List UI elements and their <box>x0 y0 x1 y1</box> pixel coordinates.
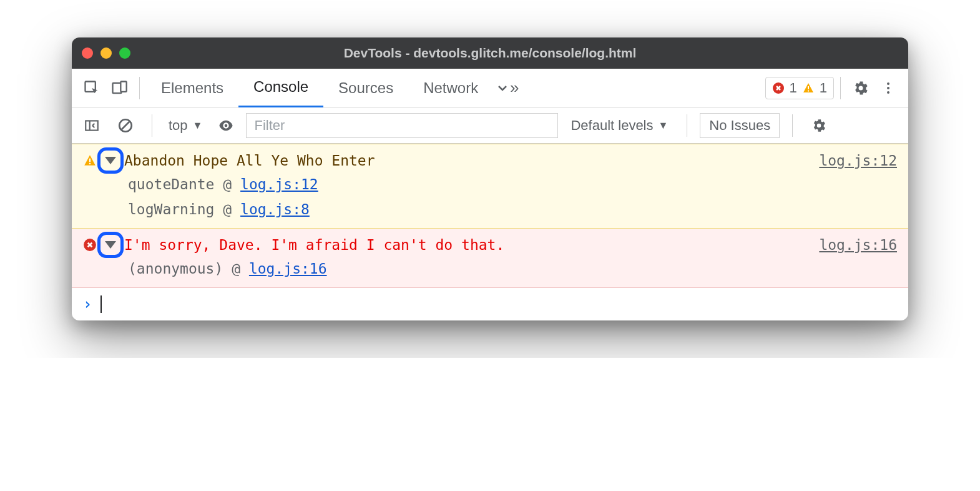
svg-rect-5 <box>808 90 809 91</box>
stack-link[interactable]: log.js:16 <box>249 260 327 277</box>
issue-counter[interactable]: 1 1 <box>765 77 835 99</box>
divider <box>139 77 140 99</box>
console-prompt[interactable]: › <box>72 288 908 320</box>
svg-rect-13 <box>89 159 91 162</box>
warning-count-icon <box>802 82 815 94</box>
disclosure-toggle[interactable] <box>100 151 120 171</box>
stack-fn: logWarning <box>128 201 214 217</box>
svg-rect-14 <box>89 163 91 164</box>
context-selector[interactable]: top ▼ <box>165 117 206 134</box>
devtools-window: DevTools - devtools.glitch.me/console/lo… <box>72 37 908 320</box>
stack-frame: logWarning @ log.js:8 <box>128 197 897 222</box>
svg-point-6 <box>887 82 889 85</box>
stack-link[interactable]: log.js:8 <box>240 201 310 217</box>
more-tabs-icon[interactable]: » <box>493 74 521 102</box>
highlight-annotation <box>97 232 124 258</box>
main-tab-strip: Elements Console Sources Network » 1 1 <box>72 69 908 107</box>
error-count: 1 <box>790 80 797 96</box>
titlebar: DevTools - devtools.glitch.me/console/lo… <box>72 37 908 69</box>
tab-network[interactable]: Network <box>408 69 493 107</box>
svg-rect-9 <box>86 121 98 130</box>
svg-rect-4 <box>808 86 809 89</box>
log-entry-error: I'm sorry, Dave. I'm afraid I can't do t… <box>72 229 908 288</box>
prompt-chevron-icon: › <box>83 295 92 313</box>
log-message: Abandon Hope All Ye Who Enter <box>124 149 815 172</box>
kebab-menu-icon[interactable] <box>875 74 902 102</box>
stack-link[interactable]: log.js:12 <box>240 176 318 192</box>
divider <box>840 77 841 99</box>
clear-console-icon[interactable] <box>112 112 139 139</box>
context-label: top <box>169 117 188 134</box>
stack-frame: (anonymous) @ log.js:16 <box>128 256 897 281</box>
log-levels-selector[interactable]: Default levels ▼ <box>564 117 674 134</box>
error-count-icon <box>772 82 785 94</box>
highlight-annotation <box>97 147 124 174</box>
divider <box>792 114 793 137</box>
levels-label: Default levels <box>571 117 653 134</box>
stack-fn: quoteDante <box>128 176 214 192</box>
error-icon <box>83 238 97 252</box>
chevron-down-icon: ▼ <box>193 120 203 131</box>
filter-input[interactable] <box>246 113 558 138</box>
disclosure-toggle[interactable] <box>100 235 120 255</box>
log-source-link[interactable]: log.js:16 <box>819 234 897 256</box>
svg-point-8 <box>887 91 889 94</box>
settings-icon[interactable] <box>847 74 875 102</box>
stack-fn: (anonymous) <box>128 260 223 277</box>
tab-sources[interactable]: Sources <box>323 69 408 107</box>
console-output: Abandon Hope All Ye Who Enter log.js:12 … <box>72 144 908 320</box>
log-entry-warning: Abandon Hope All Ye Who Enter log.js:12 … <box>72 144 908 229</box>
console-toolbar: top ▼ Default levels ▼ No Issues <box>72 107 908 144</box>
issues-label: No Issues <box>709 117 770 134</box>
tab-console[interactable]: Console <box>238 69 323 107</box>
chevron-down-icon: ▼ <box>659 120 669 131</box>
stack-frame: quoteDante @ log.js:12 <box>128 172 897 197</box>
divider <box>152 114 152 137</box>
tab-elements[interactable]: Elements <box>146 69 238 107</box>
log-message: I'm sorry, Dave. I'm afraid I can't do t… <box>124 234 815 256</box>
svg-point-7 <box>887 87 889 89</box>
issues-button[interactable]: No Issues <box>700 113 780 138</box>
warning-icon <box>83 154 97 167</box>
window-title: DevTools - devtools.glitch.me/console/lo… <box>72 46 908 61</box>
live-expression-icon[interactable] <box>212 112 240 139</box>
svg-rect-2 <box>120 81 126 91</box>
console-settings-icon[interactable] <box>805 112 833 139</box>
divider <box>687 114 687 137</box>
stack-trace: (anonymous) @ log.js:16 <box>83 256 897 281</box>
stack-trace: quoteDante @ log.js:12 logWarning @ log.… <box>83 172 897 222</box>
inspect-element-icon[interactable] <box>78 74 105 102</box>
log-source-link[interactable]: log.js:12 <box>819 149 897 172</box>
console-sidebar-toggle-icon[interactable] <box>78 112 105 139</box>
text-caret <box>100 295 102 313</box>
svg-line-12 <box>122 121 130 129</box>
device-toolbar-icon[interactable] <box>105 74 133 102</box>
warning-count: 1 <box>820 80 827 96</box>
